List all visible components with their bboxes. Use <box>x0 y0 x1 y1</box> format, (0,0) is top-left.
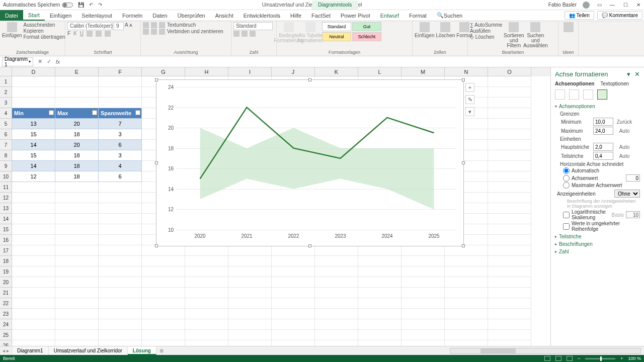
tab-format[interactable]: Format <box>404 10 432 21</box>
row-header[interactable]: 12 <box>0 193 12 203</box>
section-axis-options[interactable]: Achsenoptionen <box>555 104 640 109</box>
increase-font-icon[interactable]: A <box>125 22 128 30</box>
underline-icon[interactable]: U <box>80 31 84 37</box>
minor-unit-input[interactable] <box>593 152 613 160</box>
autosave-toggle[interactable] <box>62 3 73 8</box>
decrease-font-icon[interactable]: ᴀ <box>129 22 132 30</box>
sheet-tab[interactable]: Umsatzverlauf und Zielkorridor <box>49 346 128 355</box>
row-header[interactable]: 25 <box>0 330 12 340</box>
bold-icon[interactable]: F <box>67 31 70 37</box>
pane-dropdown-icon[interactable]: ▾ <box>627 70 630 78</box>
clear[interactable]: ◇ Löschen <box>470 34 502 40</box>
log-scale-check[interactable] <box>563 212 570 218</box>
row-header[interactable]: 23 <box>0 309 12 319</box>
comments-button[interactable]: 💬 Kommentare <box>597 11 642 20</box>
row-header[interactable]: 10 <box>0 171 12 182</box>
cancel-icon[interactable]: ✕ <box>35 58 44 65</box>
tab-powerpivot[interactable]: Power Pivot <box>336 10 375 21</box>
find-select[interactable]: Suchen und Auswählen <box>525 22 545 48</box>
row-header[interactable]: 11 <box>0 182 12 193</box>
chart-brush-icon[interactable]: ✎ <box>465 95 474 104</box>
sheet-tab[interactable]: Diagramm1 <box>12 346 49 355</box>
tab-start[interactable]: Start <box>23 10 45 21</box>
axis-min-reset[interactable]: Zurück <box>615 119 633 125</box>
row-header[interactable]: 13 <box>0 203 12 214</box>
view-normal-icon[interactable] <box>544 356 550 361</box>
border-icon[interactable] <box>87 31 93 37</box>
axis-options-tab[interactable]: Achsenoptionen <box>555 81 594 86</box>
pane-close-icon[interactable]: ✕ <box>634 70 640 78</box>
axis-min-input[interactable] <box>593 118 613 126</box>
minimize-icon[interactable]: — <box>609 2 616 8</box>
undo-icon[interactable]: ↶ <box>89 2 93 8</box>
save-icon[interactable]: 💾 <box>78 2 84 8</box>
axis-max-input[interactable] <box>593 127 613 135</box>
row-header[interactable]: 1 <box>0 76 12 87</box>
spreadsheet-grid[interactable]: D E F G H I J K L M N O 1234MinMaxSpannw… <box>0 67 550 346</box>
fill-line-icon[interactable] <box>555 89 565 100</box>
row-header[interactable]: 22 <box>0 298 12 309</box>
section-number[interactable]: Zahl <box>555 249 640 254</box>
row-header[interactable]: 14 <box>0 214 12 224</box>
ideas-button[interactable] <box>560 22 576 33</box>
tab-hilfe[interactable]: Hilfe <box>285 10 306 21</box>
tab-entwicklertools[interactable]: Entwicklertools <box>238 10 285 21</box>
tab-file[interactable]: Datei <box>0 10 23 21</box>
chart-plus-icon[interactable]: + <box>465 83 474 92</box>
row-header[interactable]: 24 <box>0 319 12 330</box>
style-standard[interactable]: Standard <box>322 22 351 31</box>
maximize-icon[interactable]: ☐ <box>622 2 629 8</box>
tab-ueberpruefen[interactable]: Überprüfen <box>173 10 210 21</box>
fill[interactable]: Ausfüllen <box>470 28 502 34</box>
italic-icon[interactable]: K <box>73 31 77 37</box>
display-units-select[interactable]: Ohne <box>614 190 640 198</box>
row-header[interactable]: 7 <box>0 140 12 150</box>
style-neutral[interactable]: Neutral <box>322 32 351 41</box>
cross-max-radio[interactable] <box>563 182 570 189</box>
row-header[interactable]: 26 <box>0 340 12 346</box>
cross-auto-radio[interactable] <box>563 167 570 174</box>
row-header[interactable]: 21 <box>0 288 12 298</box>
sheet-nav-prev[interactable]: ◂ ▸ <box>0 346 12 355</box>
format-painter-button[interactable]: Format übertragen <box>23 34 65 40</box>
axis-options-icon[interactable] <box>597 89 607 100</box>
copy-button[interactable]: Kopieren <box>23 28 65 34</box>
paste-button[interactable]: Einfügen <box>2 22 22 38</box>
section-labels[interactable]: Beschriftungen <box>555 241 640 247</box>
search-box[interactable]: 🔍 Suchen <box>432 10 467 21</box>
zoom-slider[interactable] <box>585 358 615 359</box>
tab-einfuegen[interactable]: Einfügen <box>45 10 76 21</box>
new-sheet-button[interactable]: ⊕ <box>156 346 167 355</box>
autosum[interactable]: ∑ AutoSumme <box>470 22 502 28</box>
tab-factset[interactable]: FactSet <box>306 10 336 21</box>
style-gut[interactable]: Gut <box>352 22 381 31</box>
fx-icon[interactable]: fx <box>53 59 62 65</box>
view-break-icon[interactable] <box>567 356 573 361</box>
horizontal-scrollbar[interactable] <box>450 348 641 354</box>
view-layout-icon[interactable] <box>555 356 561 361</box>
section-tick[interactable]: Teilstriche <box>555 234 640 239</box>
row-header[interactable]: 3 <box>0 98 12 108</box>
row-header[interactable]: 17 <box>0 245 12 256</box>
row-header[interactable]: 5 <box>0 119 12 129</box>
sheet-tab-active[interactable]: Lösung <box>128 346 156 355</box>
select-all-corner[interactable] <box>0 67 12 76</box>
ribbon-options-icon[interactable]: ▭ <box>596 2 603 8</box>
row-header[interactable]: 16 <box>0 235 12 245</box>
row-header[interactable]: 2 <box>0 87 12 98</box>
tab-seitenlayout[interactable]: Seitenlayout <box>76 10 117 21</box>
text-options-tab[interactable]: Textoptionen <box>600 81 629 86</box>
row-header[interactable]: 9 <box>0 161 12 171</box>
size-props-icon[interactable] <box>583 89 593 100</box>
row-header[interactable]: 15 <box>0 224 12 235</box>
major-unit-input[interactable] <box>593 143 613 151</box>
chart-object[interactable]: 1012141618202224202020212022202320242025… <box>156 79 464 246</box>
font-color-icon[interactable] <box>105 31 111 37</box>
tab-daten[interactable]: Daten <box>147 10 172 21</box>
col-header[interactable]: D <box>12 67 55 76</box>
effects-icon[interactable] <box>569 89 579 100</box>
zoom-in-icon[interactable]: + <box>620 356 623 361</box>
reverse-order-check[interactable] <box>563 223 570 230</box>
row-header[interactable]: 6 <box>0 129 12 140</box>
style-schlecht[interactable]: Schlecht <box>352 32 381 41</box>
